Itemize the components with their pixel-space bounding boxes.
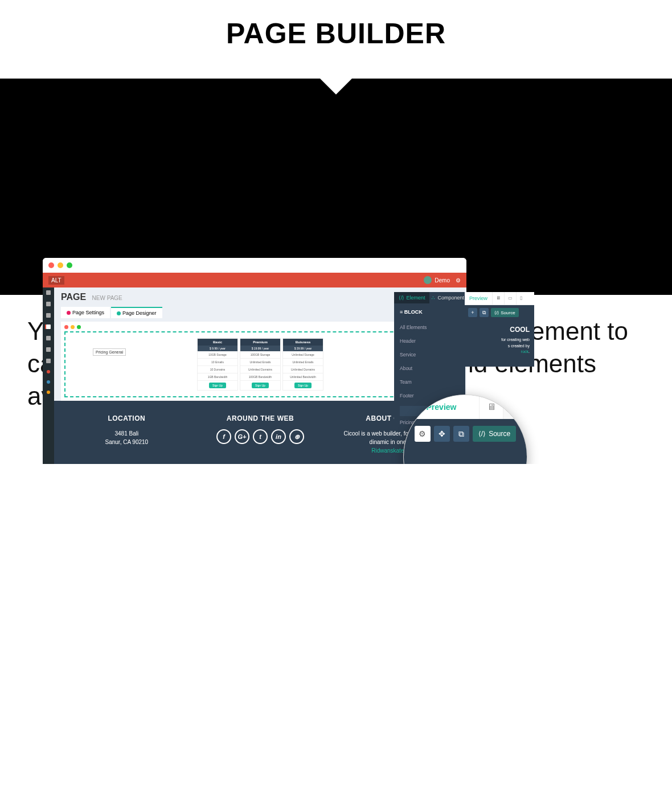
hero-link[interactable]: rock	[521, 350, 528, 354]
block-item[interactable]: About	[394, 361, 465, 375]
source-button[interactable]: ⟨/⟩Source	[473, 426, 516, 442]
status-orange-icon[interactable]	[47, 391, 50, 394]
block-item[interactable]: Header	[394, 334, 465, 348]
maximize-dot	[77, 325, 81, 329]
block-item[interactable]: All Elements	[394, 321, 465, 334]
hero-title: PAGE BUILDER	[0, 0, 672, 79]
copy-button[interactable]: ⧉	[453, 426, 469, 442]
user-name[interactable]: Demo	[435, 277, 450, 284]
close-dot[interactable]	[48, 262, 54, 268]
page-subtitle: NEW PAGE	[92, 295, 122, 301]
status-red-icon[interactable]	[47, 370, 50, 373]
hero-title-fragment: COOL	[469, 326, 530, 334]
plan-price: $ 9.99 / year	[198, 346, 237, 351]
preview-window: Preview 🖥 ▭ ▯ + ⧉ ⟨/⟩Source COOL for cre…	[465, 292, 534, 367]
brand-badge: ALT	[48, 276, 64, 285]
page-icon[interactable]	[46, 324, 51, 329]
gear-icon	[67, 311, 71, 315]
tab-component[interactable]: ⛬Component	[429, 292, 465, 303]
signup-button[interactable]: Sign Up	[252, 383, 269, 388]
drag-tooltip: Pricing General	[93, 348, 126, 356]
pricing-card[interactable]: Basic $ 9.99 / year 10GB Storage 10 Emai…	[197, 338, 238, 391]
mobile-icon[interactable]: ▯	[516, 292, 526, 305]
status-blue-icon[interactable]	[47, 380, 50, 384]
minimize-dot	[71, 325, 75, 329]
app-topbar: ALT Demo ⚙	[43, 273, 466, 287]
code-icon[interactable]	[46, 313, 51, 318]
feature-section: ALT Demo ⚙ PAGE NEW PAGE	[0, 79, 672, 295]
settings-button[interactable]: ⚙	[415, 426, 431, 442]
dashboard-icon[interactable]	[46, 290, 51, 295]
add-button[interactable]: +	[468, 308, 477, 317]
code-icon: ⟨/⟩	[478, 430, 486, 438]
pointer-triangle	[320, 79, 352, 95]
block-item[interactable]: Service	[394, 348, 465, 361]
linkedin-icon[interactable]: in	[271, 429, 286, 444]
tab-page-settings[interactable]: Page Settings	[61, 307, 110, 318]
zoom-body: creating	[404, 449, 527, 464]
share-icon[interactable]: ⚙	[456, 277, 461, 284]
signup-button[interactable]: Sign Up	[294, 383, 312, 388]
footer-location: LOCATION 3481 Bali Sanur, CA 90210	[71, 414, 182, 455]
grid-icon[interactable]	[46, 302, 51, 306]
code-icon: ⟨/⟩	[399, 295, 405, 301]
googleplus-icon[interactable]: G+	[235, 429, 249, 444]
facebook-icon[interactable]: f	[216, 429, 231, 444]
move-button[interactable]: ✥	[434, 426, 450, 442]
tab-element[interactable]: ⟨/⟩Element	[394, 292, 429, 303]
signup-button[interactable]: Sign Up	[209, 383, 226, 388]
tab-page-designer[interactable]: Page Designer	[111, 307, 162, 318]
designer-icon	[117, 311, 121, 315]
left-sidebar	[43, 287, 54, 464]
pricing-card[interactable]: Buisness $ 39.99 / year Unlimited Storag…	[282, 338, 323, 391]
dribbble-icon[interactable]: ⊕	[289, 429, 304, 444]
tablet-icon[interactable]: ▭	[504, 292, 516, 305]
puzzle-icon: ⛬	[431, 295, 436, 301]
block-item[interactable]: Team	[394, 375, 465, 389]
twitter-icon[interactable]: t	[253, 429, 268, 444]
menu-icon[interactable]	[46, 347, 51, 352]
code-icon: ⟨/⟩	[494, 310, 499, 315]
footer-social: AROUND THE WEB f G+ t in ⊕	[205, 414, 316, 455]
close-dot	[64, 325, 68, 329]
desktop-icon[interactable]: 🖥	[492, 292, 504, 305]
minimize-dot[interactable]	[58, 262, 63, 268]
source-button[interactable]: ⟨/⟩Source	[491, 308, 519, 317]
pricing-card[interactable]: Premium $ 19.99 / year 100GB Storage Unl…	[240, 338, 281, 391]
plan-name: Basic	[198, 339, 237, 346]
shield-icon[interactable]	[46, 359, 51, 363]
copy-button[interactable]: ⧉	[480, 308, 489, 317]
list-icon[interactable]	[46, 336, 51, 340]
maximize-dot[interactable]	[67, 262, 72, 268]
window-controls	[43, 258, 466, 273]
preview-tab[interactable]: Preview	[465, 292, 492, 305]
avatar-icon[interactable]	[424, 276, 432, 284]
page-title: PAGE	[61, 292, 86, 302]
block-heading: ≡ BLOCK	[394, 303, 465, 321]
